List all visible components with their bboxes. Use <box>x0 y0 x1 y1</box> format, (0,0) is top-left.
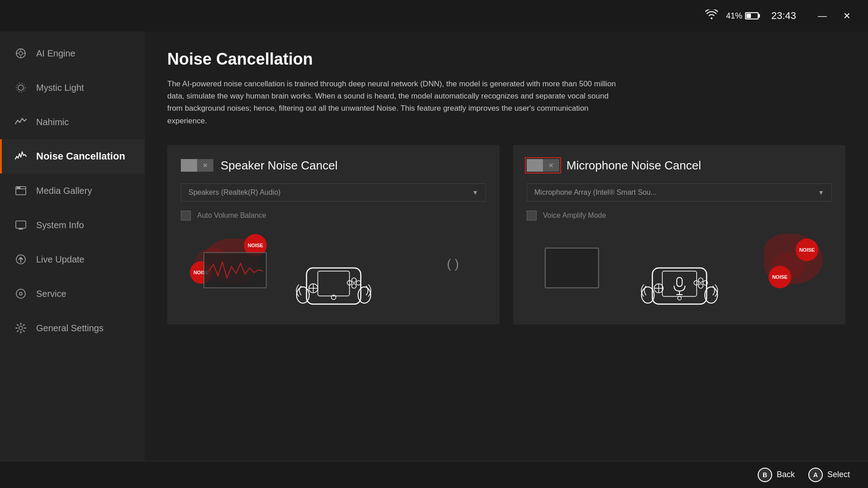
svg-point-7 <box>16 83 25 92</box>
back-button[interactable]: B Back <box>758 468 795 482</box>
back-button-icon: B <box>758 468 772 482</box>
svg-rect-21 <box>318 271 349 296</box>
sidebar-item-label: General Settings <box>36 323 104 333</box>
auto-volume-checkbox[interactable] <box>181 211 191 221</box>
live-update-icon <box>14 252 28 267</box>
noise-cancellation-icon <box>14 149 28 164</box>
svg-point-19 <box>19 326 23 330</box>
speaker-card-header: ✕ Speaker Noise Cancel <box>181 159 486 173</box>
speaker-card-title: Speaker Noise Cancel <box>221 159 338 173</box>
mic-noise-badge-left: NOISE <box>769 266 791 288</box>
svg-point-17 <box>16 289 25 298</box>
sidebar-item-label: System Info <box>36 220 84 230</box>
page-title: Noise Cancellation <box>167 50 845 69</box>
svg-rect-20 <box>307 268 361 304</box>
svg-point-10 <box>17 187 19 188</box>
svg-point-6 <box>18 85 24 90</box>
back-button-label: Back <box>777 470 795 479</box>
main-layout: AI Engine Mystic Light Nahimic <box>0 32 868 461</box>
svg-point-27 <box>352 284 356 288</box>
speaker-checkbox-row: Auto Volume Balance <box>181 211 486 221</box>
svg-rect-12 <box>16 221 26 228</box>
battery-icon <box>745 12 759 19</box>
speaker-illustration: NOISE NOISE ( ) <box>181 230 486 311</box>
sidebar-item-label: Mystic Light <box>36 83 84 93</box>
mic-card-header: ✕ Microphone Noise Cancel <box>527 159 832 173</box>
topbar: 41% 23:43 — ✕ <box>0 0 868 32</box>
minimize-button[interactable]: — <box>814 9 830 23</box>
svg-point-29 <box>352 278 356 282</box>
mic-screen <box>545 248 599 288</box>
mic-illustration: NOISE NOISE <box>527 230 832 311</box>
wifi-icon <box>705 9 718 22</box>
bottombar: B Back A Select <box>0 461 868 488</box>
svg-point-45 <box>694 281 698 285</box>
nahimic-icon <box>14 115 28 129</box>
service-icon <box>14 286 28 301</box>
toggle-on-state <box>181 159 197 172</box>
toggle-on-state <box>527 159 543 172</box>
svg-point-46 <box>678 296 681 300</box>
select-button-icon: A <box>808 468 823 482</box>
svg-point-1 <box>19 52 23 55</box>
toggle-off-state: ✕ <box>197 159 213 172</box>
auto-volume-label: Auto Volume Balance <box>197 211 266 220</box>
close-button[interactable]: ✕ <box>840 9 854 23</box>
select-button[interactable]: A Select <box>808 468 850 482</box>
sidebar-item-noise-cancellation[interactable]: Noise Cancellation <box>0 139 145 174</box>
sidebar-item-media-gallery[interactable]: Media Gallery <box>0 174 145 208</box>
sidebar-item-label: Service <box>36 289 66 299</box>
sidebar-item-label: Live Update <box>36 254 85 265</box>
sidebar-item-nahimic[interactable]: Nahimic <box>0 105 145 139</box>
mic-dropdown-arrow: ▼ <box>818 189 824 196</box>
svg-point-44 <box>698 278 703 282</box>
sidebar-item-live-update[interactable]: Live Update <box>0 242 145 277</box>
battery-percent: 41% <box>726 11 742 21</box>
media-gallery-icon <box>14 183 28 198</box>
svg-point-22 <box>297 287 309 303</box>
speaker-toggle-button[interactable]: ✕ <box>181 159 213 172</box>
svg-point-28 <box>356 281 361 285</box>
page-description: The AI-powered noise cancellation is tra… <box>167 78 619 127</box>
handheld-device-svg <box>293 261 374 311</box>
mic-dropdown[interactable]: Microphone Array (Intel® Smart Sou... ▼ <box>527 183 832 202</box>
speaker-screen <box>203 252 267 288</box>
toggle-off-state: ✕ <box>543 159 559 172</box>
content-area: Noise Cancellation The AI-powered noise … <box>145 32 868 461</box>
svg-rect-36 <box>677 277 682 286</box>
svg-point-18 <box>19 292 22 295</box>
system-info-icon <box>14 218 28 232</box>
mic-handheld-svg <box>634 261 725 311</box>
cards-grid: ✕ Speaker Noise Cancel Speakers (Realtek… <box>167 145 845 324</box>
mic-checkbox-row: Voice Amplify Mode <box>527 211 832 221</box>
microphone-noise-card: ✕ Microphone Noise Cancel Microphone Arr… <box>513 145 845 324</box>
svg-point-23 <box>358 287 371 303</box>
general-settings-icon <box>14 321 28 335</box>
ai-engine-icon <box>14 46 28 61</box>
sidebar: AI Engine Mystic Light Nahimic <box>0 32 145 461</box>
sidebar-item-mystic-light[interactable]: Mystic Light <box>0 70 145 105</box>
speaker-noise-card: ✕ Speaker Noise Cancel Speakers (Realtek… <box>167 145 500 324</box>
speaker-dropdown-value: Speakers (Realtek(R) Audio) <box>189 188 281 197</box>
sidebar-item-label: AI Engine <box>36 48 75 59</box>
battery-info: 41% <box>726 11 759 21</box>
mic-dropdown-value: Microphone Array (Intel® Smart Sou... <box>534 188 657 197</box>
sound-waves: ( ) <box>447 257 459 271</box>
voice-amplify-label: Voice Amplify Mode <box>543 211 606 220</box>
time-display: 23:43 <box>771 10 796 22</box>
sidebar-item-label: Media Gallery <box>36 186 92 196</box>
svg-point-42 <box>698 284 703 288</box>
mic-noise-badge-right: NOISE <box>796 239 818 261</box>
sidebar-item-general-settings[interactable]: General Settings <box>0 311 145 345</box>
speaker-dropdown[interactable]: Speakers (Realtek(R) Audio) ▼ <box>181 183 486 202</box>
mic-toggle-button[interactable]: ✕ <box>527 159 559 172</box>
voice-amplify-checkbox[interactable] <box>527 211 537 221</box>
mystic-light-icon <box>14 80 28 95</box>
window-controls: — ✕ <box>814 9 854 23</box>
sidebar-item-system-info[interactable]: System Info <box>0 208 145 242</box>
sidebar-item-service[interactable]: Service <box>0 277 145 311</box>
sidebar-item-label: Noise Cancellation <box>36 150 125 162</box>
sidebar-item-ai-engine[interactable]: AI Engine <box>0 36 145 70</box>
speaker-dropdown-arrow: ▼ <box>472 189 478 196</box>
sidebar-item-label: Nahimic <box>36 117 69 127</box>
